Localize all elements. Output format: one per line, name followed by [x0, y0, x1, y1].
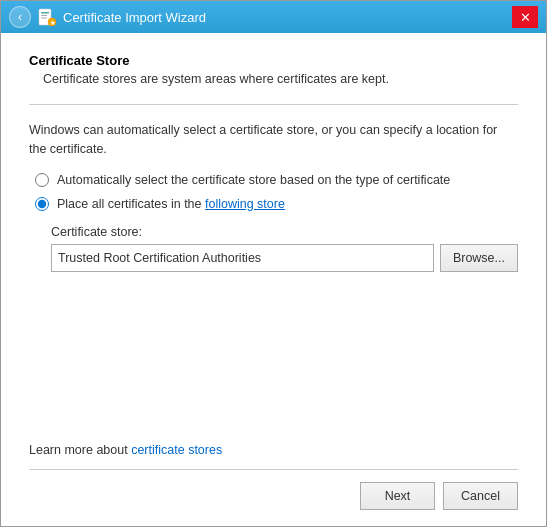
- browse-button[interactable]: Browse...: [440, 244, 518, 272]
- radio-group: Automatically select the certificate sto…: [35, 173, 518, 211]
- section-title: Certificate Store: [29, 53, 518, 68]
- store-input[interactable]: [51, 244, 434, 272]
- info-text: Windows can automatically select a certi…: [29, 121, 518, 159]
- radio-auto-label: Automatically select the certificate sto…: [57, 173, 450, 187]
- radio-manual-input[interactable]: [35, 197, 49, 211]
- svg-rect-1: [41, 12, 49, 14]
- section-divider: [29, 104, 518, 105]
- store-field-label: Certificate store:: [51, 225, 518, 239]
- learn-more-plain: Learn more about: [29, 443, 128, 457]
- learn-more: Learn more about certificate stores: [29, 443, 518, 457]
- svg-rect-3: [41, 18, 47, 19]
- cancel-button[interactable]: Cancel: [443, 482, 518, 510]
- store-field-group: Certificate store: Browse...: [51, 225, 518, 272]
- radio-manual-label: Place all certificates in the following …: [57, 197, 285, 211]
- section-header: Certificate Store Certificate stores are…: [29, 53, 518, 86]
- footer-buttons: Next Cancel: [29, 482, 518, 510]
- spacer: [29, 272, 518, 444]
- title-bar: ‹ ★ Certificate Import Wizard ✕: [1, 1, 546, 33]
- footer-divider: [29, 469, 518, 470]
- section-description: Certificate stores are system areas wher…: [43, 72, 518, 86]
- svg-rect-2: [41, 15, 47, 16]
- certificate-icon: ★: [37, 7, 57, 27]
- title-bar-left: ‹ ★ Certificate Import Wizard: [9, 6, 512, 28]
- radio-manual-option[interactable]: Place all certificates in the following …: [35, 197, 518, 211]
- window-title: Certificate Import Wizard: [63, 10, 206, 25]
- radio-manual-label-plain: Place all certificates in the: [57, 197, 202, 211]
- radio-auto-option[interactable]: Automatically select the certificate sto…: [35, 173, 518, 187]
- back-button[interactable]: ‹: [9, 6, 31, 28]
- learn-more-link[interactable]: certificate stores: [131, 443, 222, 457]
- wizard-window: ‹ ★ Certificate Import Wizard ✕ Certific…: [0, 0, 547, 527]
- close-button[interactable]: ✕: [512, 6, 538, 28]
- radio-manual-label-link: following store: [205, 197, 285, 211]
- info-text-plain: Windows can automatically select a certi…: [29, 123, 318, 137]
- content-area: Certificate Store Certificate stores are…: [1, 33, 546, 526]
- store-field-row: Browse...: [51, 244, 518, 272]
- next-button[interactable]: Next: [360, 482, 435, 510]
- radio-auto-input[interactable]: [35, 173, 49, 187]
